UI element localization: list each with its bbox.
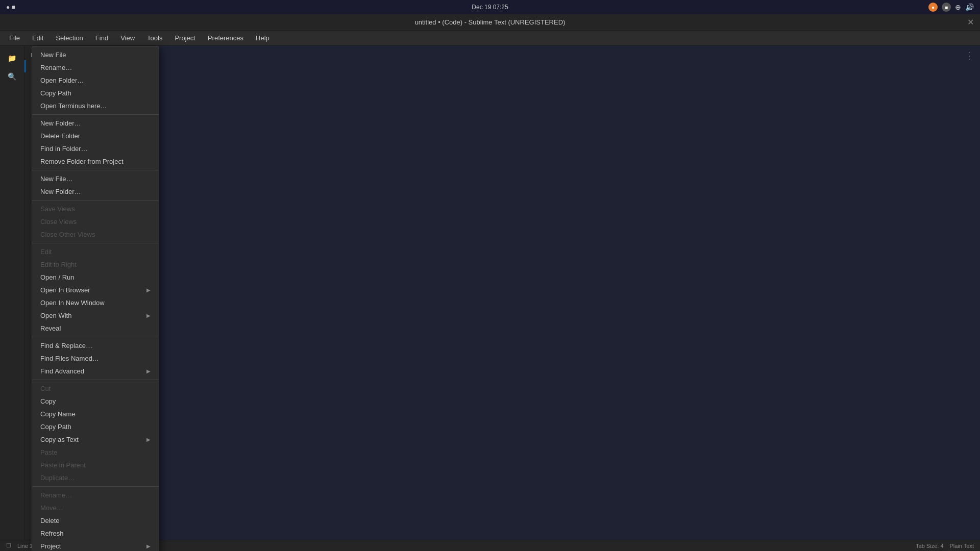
ctx-label-31: Copy (40, 397, 151, 405)
ctx-separator-25 (32, 337, 159, 337)
ctx-label-43: Project (40, 542, 146, 550)
ctx-item-copy-as-text[interactable]: Copy as Text▶ (32, 433, 159, 446)
ctx-label-14: Save Views (40, 205, 151, 213)
ctx-label-7: Delete Folder (40, 132, 151, 140)
system-bar: ● ■ Dec 19 07:25 ● ■ ⊕ 🔊 (0, 0, 980, 14)
system-bar-left: ● ■ (6, 4, 15, 11)
ctx-item-new-folder-[interactable]: New Folder… (32, 185, 159, 198)
sound-icon[interactable]: 🔊 (965, 3, 974, 11)
ctx-item-paste-in-parent: Paste in Parent (32, 459, 159, 471)
menu-file[interactable]: File (4, 32, 25, 44)
ctx-item-delete[interactable]: Delete (32, 514, 159, 527)
sidebar-icons: 📁 🔍 (0, 46, 24, 540)
ctx-submenu-arrow-21: ▶ (146, 287, 151, 293)
ctx-label-39: Rename… (40, 491, 151, 499)
ctx-item-delete-folder[interactable]: Delete Folder (32, 130, 159, 142)
ctx-item-paste: Paste (32, 446, 159, 459)
menu-selection[interactable]: Selection (51, 32, 88, 44)
ctx-item-open-with[interactable]: Open With▶ (32, 309, 159, 322)
ctx-item-reveal[interactable]: Reveal (32, 322, 159, 335)
ctx-item-new-file[interactable]: New File (32, 48, 159, 61)
ctx-separator-10 (32, 170, 159, 170)
record-icon[interactable]: ■ (942, 3, 951, 12)
status-tab-size[interactable]: Tab Size: 4 (916, 543, 943, 549)
sidebar-icon-files[interactable]: 📁 (4, 50, 20, 66)
ctx-label-20: Open / Run (40, 273, 151, 281)
ctx-label-32: Copy Name (40, 410, 151, 418)
ctx-item-close-other-views: Close Other Views (32, 228, 159, 241)
ctx-label-24: Reveal (40, 324, 151, 332)
ctx-label-6: New Folder… (40, 119, 151, 127)
ctx-submenu-arrow-34: ▶ (146, 437, 151, 442)
ctx-item-open-in-browser[interactable]: Open In Browser▶ (32, 284, 159, 296)
ctx-item-find-files-named-[interactable]: Find Files Named… (32, 352, 159, 365)
ctx-item-move-: Move… (32, 502, 159, 514)
ctx-label-27: Find Files Named… (40, 355, 151, 362)
ctx-label-23: Open With (40, 312, 146, 319)
ctx-item-new-folder-[interactable]: New Folder… (32, 117, 159, 130)
context-menu: New FileRename…Open Folder…Copy PathOpen… (32, 46, 159, 551)
close-button[interactable]: ✕ (967, 17, 974, 27)
ctx-label-34: Copy as Text (40, 436, 146, 443)
ctx-item-copy-path[interactable]: Copy Path (32, 420, 159, 433)
ctx-item-find-advanced[interactable]: Find Advanced▶ (32, 365, 159, 378)
ctx-item-cut: Cut (32, 382, 159, 395)
ctx-item-rename-[interactable]: Rename… (32, 61, 159, 74)
ctx-label-15: Close Views (40, 218, 151, 226)
ctx-separator-38 (32, 486, 159, 487)
status-right: Tab Size: 4 Plain Text (916, 543, 974, 549)
sidebar-icon-search[interactable]: 🔍 (4, 68, 20, 85)
ctx-label-33: Copy Path (40, 423, 151, 431)
ctx-item-open-terminus-here-[interactable]: Open Terminus here… (32, 99, 159, 112)
ctx-item-remove-folder-from-project[interactable]: Remove Folder from Project (32, 155, 159, 168)
ctx-item-open---run[interactable]: Open / Run (32, 271, 159, 284)
ctx-item-open-in-new-window[interactable]: Open In New Window (32, 296, 159, 309)
system-bar-time: Dec 19 07:25 (472, 4, 508, 11)
ctx-label-19: Edit to Right (40, 261, 151, 268)
status-syntax[interactable]: Plain Text (950, 543, 974, 549)
editor-more-icon[interactable]: ⋮ (965, 50, 974, 61)
ctx-label-41: Delete (40, 517, 151, 524)
window-title: untitled • (Code) - Sublime Text (UNREGI… (415, 18, 566, 26)
ctx-label-21: Open In Browser (40, 286, 146, 294)
ctx-label-9: Remove Folder from Project (40, 158, 151, 165)
ctx-label-42: Refresh (40, 530, 151, 537)
notification-icon[interactable]: ● (928, 3, 938, 12)
ctx-item-open-folder-[interactable]: Open Folder… (32, 74, 159, 87)
ctx-label-26: Find & Replace… (40, 342, 151, 349)
menu-bar: File Edit Selection Find View Tools Proj… (0, 31, 980, 46)
system-bar-right: ● ■ ⊕ 🔊 (928, 3, 974, 12)
menu-tools[interactable]: Tools (142, 32, 167, 44)
ctx-label-22: Open In New Window (40, 299, 151, 307)
menu-find[interactable]: Find (90, 32, 113, 44)
ctx-item-refresh[interactable]: Refresh (32, 527, 159, 540)
ctx-label-3: Copy Path (40, 89, 151, 97)
ctx-label-0: New File (40, 51, 151, 59)
ctx-separator-13 (32, 200, 159, 201)
menu-view[interactable]: View (115, 32, 140, 44)
ctx-label-1: Rename… (40, 64, 151, 71)
title-bar: untitled • (Code) - Sublime Text (UNREGI… (0, 14, 980, 31)
menu-preferences[interactable]: Preferences (203, 32, 249, 44)
ctx-label-18: Edit (40, 248, 151, 256)
ctx-item-find-in-folder-[interactable]: Find in Folder… (32, 142, 159, 155)
menu-project[interactable]: Project (169, 32, 200, 44)
menu-help[interactable]: Help (251, 32, 275, 44)
ctx-item-find---replace-[interactable]: Find & Replace… (32, 339, 159, 352)
ctx-item-copy-path[interactable]: Copy Path (32, 87, 159, 99)
ctx-separator-5 (32, 114, 159, 115)
ctx-label-37: Duplicate… (40, 474, 151, 482)
ctx-label-4: Open Terminus here… (40, 102, 151, 110)
ctx-separator-17 (32, 243, 159, 243)
ctx-item-project[interactable]: Project▶ (32, 540, 159, 551)
ctx-item-copy[interactable]: Copy (32, 395, 159, 408)
network-icon[interactable]: ⊕ (955, 3, 961, 11)
ctx-label-28: Find Advanced (40, 367, 146, 375)
ctx-item-copy-name[interactable]: Copy Name (32, 408, 159, 420)
status-minimap-toggle[interactable]: ☐ (6, 542, 11, 549)
ctx-submenu-arrow-43: ▶ (146, 543, 151, 549)
menu-edit[interactable]: Edit (27, 32, 48, 44)
ctx-submenu-arrow-23: ▶ (146, 313, 151, 318)
ctx-item-close-views: Close Views (32, 215, 159, 228)
ctx-item-new-file-[interactable]: New File… (32, 172, 159, 185)
